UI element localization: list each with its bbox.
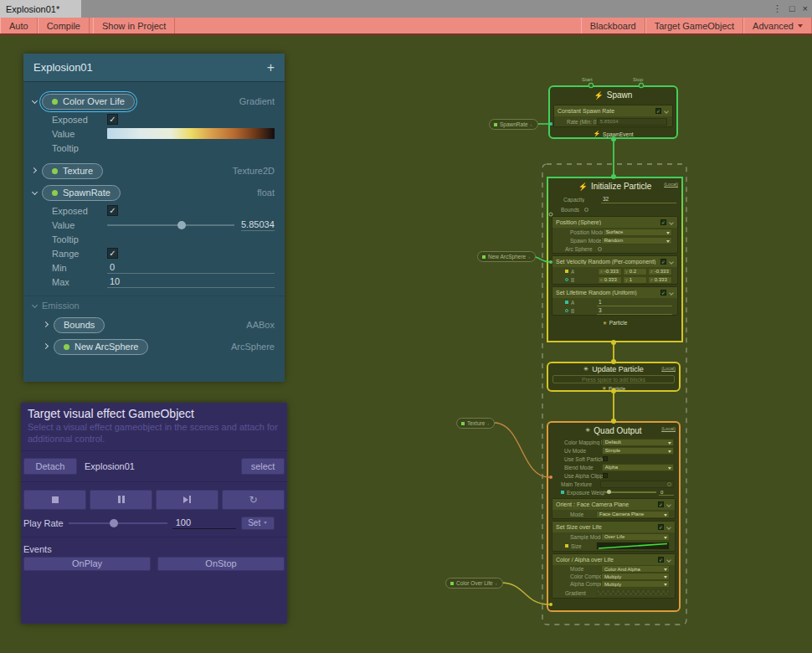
space-badge[interactable]: (Local) <box>664 182 678 187</box>
onplay-button[interactable]: OnPlay <box>23 557 151 571</box>
space-badge[interactable]: (Local) <box>661 366 676 371</box>
exposure-value[interactable]: 0 <box>659 490 674 496</box>
update-particle-node[interactable]: ✳Update Particle(Local) Press space to a… <box>547 362 681 392</box>
slider-track[interactable] <box>605 491 656 493</box>
position-mode-dropdown[interactable]: Surface <box>603 229 672 236</box>
z-field[interactable]: z-0.333 <box>648 268 672 275</box>
collapse-caret-icon[interactable]: ‹ <box>487 421 489 426</box>
collapse-caret-icon[interactable]: ‹ <box>528 255 530 260</box>
spawn-node[interactable]: ⚡Spawn Constant Spawn Rate✓ Rate (Min: 0… <box>548 85 678 139</box>
compile-button[interactable]: Compile <box>38 18 90 33</box>
chevron-right-icon[interactable] <box>44 343 50 350</box>
soft-particle-checkbox[interactable] <box>603 456 608 461</box>
y-field[interactable]: y0.2 <box>623 268 647 275</box>
block-enabled-checkbox[interactable]: ✓ <box>660 219 666 225</box>
graph-canvas[interactable]: Start Stop ⚡Spawn Constant Spawn Rate✓ R… <box>0 36 812 653</box>
empty-blocks-placeholder[interactable]: Press space to add blocks <box>552 375 675 383</box>
set-size-over-life-block[interactable]: Set Size over Life✓ Sample ModeOver Life… <box>552 521 676 552</box>
z-field[interactable]: z0.333 <box>648 276 672 284</box>
b-field[interactable]: 3 <box>597 307 672 315</box>
close-icon[interactable]: × <box>803 4 808 13</box>
add-parameter-button[interactable]: + <box>267 60 275 75</box>
port-icon[interactable] <box>565 270 568 273</box>
block-enabled-checkbox[interactable]: ✓ <box>658 557 664 563</box>
value-slider[interactable]: 5.85034 <box>107 219 275 231</box>
y-field[interactable]: y1 <box>623 276 647 284</box>
block-header[interactable]: Position (Sphere)✓ <box>552 217 677 228</box>
set-lifetime-random-block[interactable]: Set Lifetime Random (Uniform)✓ A1 B3 <box>552 286 678 316</box>
max-field[interactable]: 10 <box>107 276 275 288</box>
blackboard-toggle-button[interactable]: Blackboard <box>581 18 645 33</box>
chevron-down-icon[interactable] <box>32 189 39 196</box>
pause-button[interactable] <box>90 490 152 510</box>
slider-track[interactable] <box>107 224 234 226</box>
texture-parameter-node[interactable]: Texture‹ <box>456 418 495 429</box>
collapse-icon[interactable] <box>669 291 674 296</box>
stop-button[interactable] <box>23 490 86 510</box>
uv-mode-dropdown[interactable]: Simple <box>602 447 674 455</box>
bounds-pill[interactable]: Bounds <box>54 317 105 333</box>
select-button[interactable]: select <box>241 458 285 475</box>
color-mode-dropdown[interactable]: Color And Alpha <box>601 565 670 573</box>
rate-value-field[interactable]: 5.85034 <box>597 118 667 126</box>
block-enabled-checkbox[interactable]: ✓ <box>658 524 664 530</box>
value-field[interactable]: 5.85034 <box>241 219 275 231</box>
object-picker-icon[interactable] <box>584 208 588 212</box>
port-icon[interactable] <box>561 491 564 494</box>
main-texture-field[interactable] <box>600 481 674 488</box>
exposed-checkbox[interactable]: ✓ <box>107 205 118 216</box>
color-alpha-over-life-block[interactable]: Color / Alpha over Life✓ ModeColor And A… <box>552 553 676 599</box>
alpha-clipping-checkbox[interactable] <box>603 473 608 478</box>
slider-handle[interactable] <box>110 519 118 527</box>
a-field[interactable]: 1 <box>597 299 672 306</box>
constant-spawn-rate-block[interactable]: Constant Spawn Rate✓ Rate (Min: 0)5.8503… <box>553 105 673 127</box>
sample-mode-dropdown[interactable]: Over Life <box>601 533 670 541</box>
block-header[interactable]: Set Velocity Random (Per-component)✓ <box>552 256 677 267</box>
color-mapping-dropdown[interactable]: Default <box>602 439 674 446</box>
block-header[interactable]: Set Size over Life✓ <box>552 522 675 532</box>
arcsphere-pill[interactable]: New ArcSphere <box>54 339 148 355</box>
capacity-field[interactable]: 32 <box>601 196 676 203</box>
size-curve-field[interactable] <box>596 542 670 550</box>
show-in-project-button[interactable]: Show in Project <box>93 18 175 33</box>
quad-output-node[interactable]: ✳Quad Output(Local) Color Mapping ModeDe… <box>547 421 681 612</box>
texture-pill[interactable]: Texture <box>42 163 103 179</box>
set-rate-dropdown[interactable]: Set <box>241 517 275 530</box>
x-field[interactable]: x-0.333 <box>598 268 622 275</box>
block-header[interactable]: Color / Alpha over Life✓ <box>552 554 675 565</box>
spawnrate-parameter-node[interactable]: SpawnRate‹ <box>489 119 538 130</box>
x-field[interactable]: x0.333 <box>598 276 622 284</box>
slider-handle[interactable] <box>607 490 611 494</box>
target-gameobject-toggle-button[interactable]: Target GameObject <box>645 18 743 33</box>
port-icon[interactable] <box>565 301 568 304</box>
gradient-preview[interactable] <box>107 128 275 139</box>
chevron-right-icon[interactable] <box>32 167 39 174</box>
block-header[interactable]: Constant Spawn Rate✓ <box>554 105 672 116</box>
block-header[interactable]: Orient : Face Camera Plane✓ <box>552 499 675 510</box>
auto-button[interactable]: Auto <box>0 18 38 33</box>
gradient-field[interactable] <box>596 589 670 597</box>
port-icon[interactable] <box>565 309 568 312</box>
orient-mode-dropdown[interactable]: Face Camera Plane <box>596 511 670 518</box>
min-field[interactable]: 0 <box>107 262 275 274</box>
collapse-icon[interactable] <box>664 109 669 114</box>
collapse-icon[interactable] <box>666 502 671 507</box>
step-button[interactable] <box>156 490 218 510</box>
block-header[interactable]: Set Lifetime Random (Uniform)✓ <box>552 287 677 298</box>
position-sphere-block[interactable]: Position (Sphere)✓ Position ModeSurface … <box>552 216 678 254</box>
block-enabled-checkbox[interactable]: ✓ <box>660 290 666 296</box>
advanced-dropdown-button[interactable]: Advanced <box>743 18 812 33</box>
window-menu-icon[interactable]: ⋮ <box>773 4 782 13</box>
spawn-mode-dropdown[interactable]: Random <box>601 237 672 244</box>
chevron-down-icon[interactable] <box>32 98 39 105</box>
orient-block[interactable]: Orient : Face Camera Plane✓ ModeFace Cam… <box>552 498 676 519</box>
onstop-button[interactable]: OnStop <box>157 557 285 571</box>
alpha-composition-dropdown[interactable]: Multiply <box>601 580 670 588</box>
emission-category[interactable]: Emission <box>23 296 285 314</box>
color-over-life-parameter-node[interactable]: Color Over Life‹ <box>445 578 503 589</box>
exposure-slider[interactable]: 0 <box>605 490 674 496</box>
collapse-icon[interactable] <box>666 558 671 563</box>
color-composition-dropdown[interactable]: Multiply <box>601 573 670 580</box>
blend-mode-dropdown[interactable]: Alpha <box>602 464 674 471</box>
collapse-icon[interactable] <box>669 220 674 225</box>
